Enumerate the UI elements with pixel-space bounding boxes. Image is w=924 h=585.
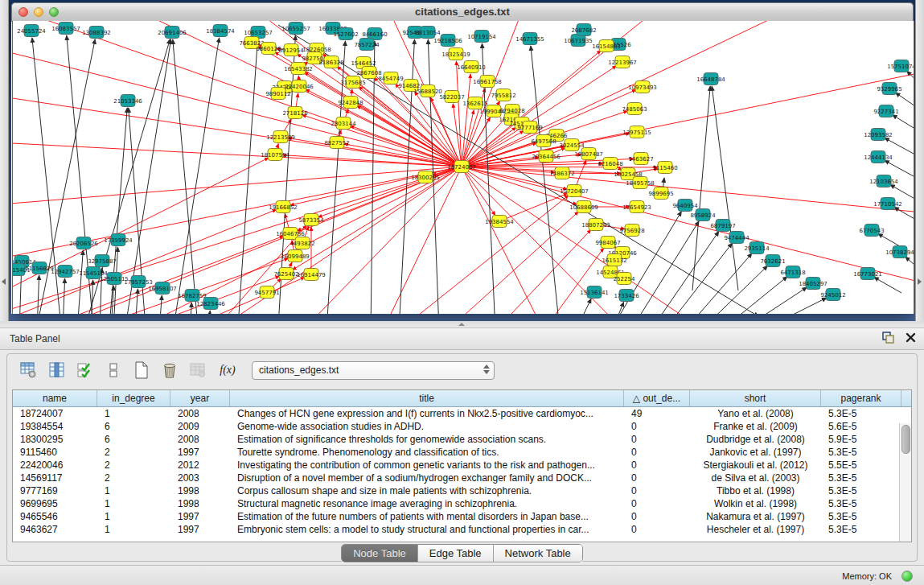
graph-node[interactable]: 5873354 (298, 214, 324, 226)
scrollbar-thumb[interactable] (901, 425, 910, 454)
table-row[interactable]: 1830029562008Estimation of significance … (13, 433, 911, 446)
table-cell[interactable]: 9115460 (13, 446, 97, 459)
graph-node[interactable]: 7955812 (491, 89, 515, 101)
tab-edge-table[interactable]: Edge Table (418, 545, 494, 562)
network-graph[interactable]: 2405572416083557130883922105334620691406… (13, 21, 914, 314)
tab-node-table[interactable]: Node Table (342, 545, 418, 562)
table-cell[interactable]: 0 (624, 523, 690, 536)
graph-node[interactable]: 1733426 (614, 290, 639, 302)
table-cell[interactable]: 5.3E-5 (821, 523, 901, 536)
table-cell[interactable]: 9465546 (13, 510, 97, 523)
graph-node[interactable]: 15136141 (580, 286, 609, 299)
table-cell[interactable]: Wolkin et al. (1998) (690, 497, 821, 510)
table-row[interactable]: 1872400712008Changes of HCN gene express… (13, 407, 911, 420)
table-cell[interactable]: 1998 (170, 484, 230, 497)
table-cell[interactable]: 5.3E-5 (821, 484, 901, 497)
table-row[interactable]: 946362711997Embryonic stem cells: a mode… (13, 523, 911, 536)
graph-node[interactable]: 16782759 (178, 290, 207, 302)
table-cell[interactable]: 1997 (170, 523, 230, 536)
table-cell[interactable]: 19384554 (13, 420, 97, 433)
column-header-3[interactable]: title (230, 390, 624, 406)
graph-node[interactable]: 9474444 (724, 232, 749, 244)
graph-node[interactable]: 19218506 (433, 35, 462, 47)
graph-node[interactable]: 6216048 (598, 158, 622, 170)
graph-node[interactable]: 18384574 (206, 25, 235, 37)
graph-node[interactable]: 21053346 (113, 95, 142, 107)
table-cell[interactable]: Dudbridge et al. (2008) (690, 433, 821, 446)
graph-node[interactable]: 8912954 (278, 44, 304, 56)
table-cell[interactable]: 18300295 (13, 433, 97, 446)
table-row[interactable]: 1938455462009Genome-wide association stu… (13, 420, 911, 433)
table-cell[interactable]: 1 (97, 484, 170, 497)
table-cell[interactable]: 2008 (170, 407, 230, 420)
table-cell[interactable]: 5.3E-5 (821, 407, 901, 420)
graph-node[interactable]: 17654923 (622, 201, 651, 213)
table-row[interactable]: 977716911998Corpus callosum shape and si… (13, 484, 911, 497)
table-vertical-scrollbar[interactable] (899, 423, 911, 542)
new-table-button[interactable] (131, 360, 152, 381)
column-settings-button[interactable] (18, 360, 39, 381)
close-panel-button[interactable] (906, 332, 916, 343)
graph-node[interactable]: 9227341 (873, 105, 898, 117)
graph-node[interactable]: 2803144 (331, 117, 356, 130)
memory-status-indicator[interactable] (901, 571, 913, 582)
table-cell[interactable]: 9777169 (13, 484, 97, 497)
graph-node[interactable]: 15751074 (887, 60, 914, 72)
graph-node[interactable]: 12213589 (266, 131, 295, 143)
graph-node[interactable]: 8958924 (690, 209, 716, 221)
column-header-0[interactable]: name (13, 390, 97, 406)
tab-network-table[interactable]: Network Table (494, 545, 582, 562)
column-header-1[interactable]: in_degree (97, 390, 170, 406)
graph-node[interactable]: 6471318 (780, 266, 805, 278)
graph-node[interactable]: 14671355 (515, 33, 544, 45)
column-header-5[interactable]: short (690, 390, 821, 406)
table-cell[interactable]: Stergiakouli et al. (2012) (690, 459, 821, 472)
table-cell[interactable]: 5.3E-5 (821, 510, 901, 523)
table-cell[interactable]: 1 (97, 407, 170, 420)
table-cell[interactable]: 5.3E-5 (821, 446, 901, 459)
table-cell[interactable]: 5.3E-5 (821, 472, 901, 484)
table-cell[interactable]: de Silva et al. (2003) (690, 472, 821, 484)
table-cell[interactable]: 1 (97, 523, 170, 536)
table-row[interactable]: 946554611997Estimation of the future num… (13, 510, 911, 523)
graph-node[interactable]: 10719154 (467, 31, 496, 43)
graph-node[interactable]: 12213967 (608, 56, 637, 68)
table-cell[interactable]: Corpus callosum shape and size in male p… (230, 484, 624, 497)
graph-node[interactable]: 12103654 (869, 175, 898, 187)
table-row[interactable]: 969969511998Structural magnetic resonanc… (13, 497, 911, 510)
graph-node[interactable]: 18107554 (261, 149, 290, 161)
column-header-6[interactable]: pagerank (821, 390, 901, 406)
table-cell[interactable]: Embryonic stem cells: a model to study s… (230, 523, 624, 536)
table-cell[interactable]: 2012 (170, 459, 230, 472)
table-cell[interactable]: Changes of HCN gene expression and I(f) … (230, 407, 624, 420)
graph-node[interactable]: 13088392 (82, 27, 111, 39)
graph-node[interactable]: 18325419 (441, 48, 470, 60)
deselect-rows-button[interactable] (103, 360, 124, 381)
graph-node[interactable]: 9115460 (652, 162, 677, 174)
graph-canvas[interactable]: 2405572416083557130883922105334620691406… (12, 21, 914, 314)
graph-node[interactable]: 12975115 (622, 126, 651, 138)
right-panel-collapse-strip[interactable] (915, 0, 924, 321)
table-cell[interactable]: Franke et al. (2009) (690, 420, 821, 433)
collapse-left-icon[interactable] (2, 278, 6, 285)
table-cell[interactable]: 5.5E-5 (821, 459, 901, 472)
graph-node[interactable]: 6879197 (710, 220, 735, 232)
graph-node[interactable]: 10738294 (885, 246, 914, 258)
table-cell[interactable]: Nakamura et al. (1997) (690, 510, 821, 523)
table-cell[interactable]: 2 (97, 459, 170, 472)
table-cell[interactable]: 1998 (170, 497, 230, 510)
graph-node[interactable]: 2935114 (744, 242, 770, 254)
collapse-right-icon[interactable] (918, 278, 922, 285)
graph-node[interactable]: 16961758 (473, 76, 502, 88)
graph-node[interactable]: 16648784 (696, 73, 725, 85)
table-cell[interactable]: 22420046 (13, 459, 97, 472)
graph-node[interactable]: 18405297 (799, 278, 827, 290)
splitter-grip-icon[interactable] (458, 323, 465, 326)
select-all-rows-button[interactable] (75, 360, 96, 381)
graph-node[interactable]: 16773021 (853, 268, 882, 280)
panel-splitter[interactable] (0, 321, 924, 328)
network-window-titlebar[interactable]: citations_edges.txt (11, 2, 914, 22)
graph-node[interactable]: 12823446 (196, 298, 225, 310)
table-cell[interactable]: 0 (624, 420, 690, 433)
table-cell[interactable]: Tibbo et al. (1998) (690, 484, 821, 497)
